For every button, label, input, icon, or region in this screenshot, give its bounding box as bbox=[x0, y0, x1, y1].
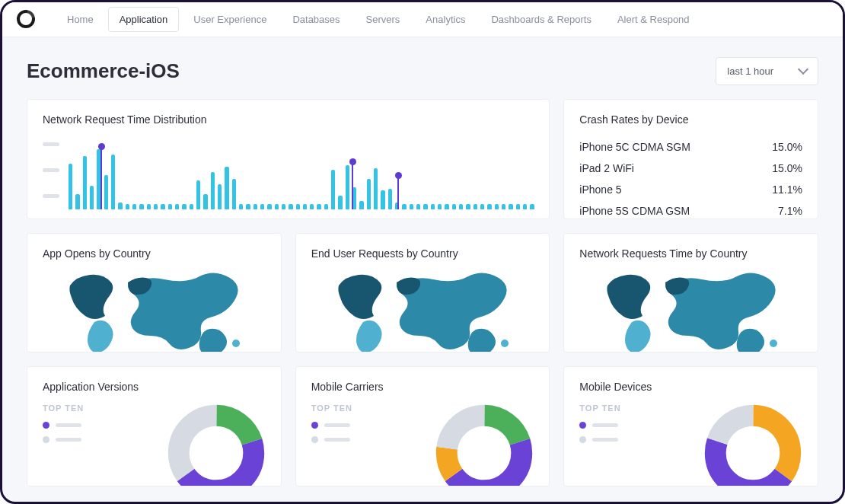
chart-bar bbox=[254, 204, 257, 209]
chart-bar bbox=[367, 179, 371, 209]
chart-bar bbox=[104, 175, 108, 209]
chart-bar bbox=[83, 156, 87, 209]
card-title: Crash Rates by Device bbox=[579, 113, 802, 126]
chart-bar bbox=[474, 204, 477, 209]
chart-bar bbox=[438, 204, 442, 209]
world-map bbox=[579, 270, 802, 353]
chart-bar bbox=[466, 204, 470, 209]
card-mobile-devices: Mobile Devices TOP TEN bbox=[563, 366, 818, 486]
chart-marker bbox=[397, 175, 399, 209]
donut-chart bbox=[703, 404, 802, 486]
chart-bar bbox=[196, 180, 200, 209]
chart-bar bbox=[139, 204, 143, 209]
crash-rate-row: iPhone 5S CDMA GSM7.1% bbox=[579, 200, 802, 219]
card-title: Mobile Carriers bbox=[311, 381, 534, 393]
chart-bar bbox=[75, 194, 79, 209]
chart-bar bbox=[431, 204, 435, 209]
chart-bar bbox=[211, 172, 215, 209]
card-title: Network Requests Time by Country bbox=[579, 247, 802, 260]
legend-heading: TOP TEN bbox=[311, 404, 352, 413]
crash-rate-row: iPad 2 WiFi15.0% bbox=[579, 158, 802, 179]
legend-row bbox=[43, 422, 84, 429]
chart-bar bbox=[147, 204, 151, 209]
card-mobile-carriers: Mobile Carriers TOP TEN bbox=[295, 366, 550, 486]
chart-bar bbox=[523, 204, 527, 209]
chart-bar bbox=[275, 204, 279, 209]
chart-bar bbox=[388, 189, 392, 209]
nav-databases[interactable]: Databases bbox=[281, 7, 351, 32]
nav-dashboards-reports[interactable]: Dashboards & Reports bbox=[480, 7, 603, 32]
chart-bar bbox=[118, 203, 122, 209]
nav-alert-respond[interactable]: Alert & Respond bbox=[606, 7, 701, 32]
crash-rate-value: 15.0% bbox=[772, 162, 802, 174]
card-title: End User Requests by Country bbox=[311, 247, 534, 260]
card-network-requests-time-country: Network Requests Time by Country bbox=[563, 233, 818, 353]
logo-icon bbox=[16, 9, 36, 29]
legend-heading: TOP TEN bbox=[579, 404, 620, 413]
chart-bar bbox=[190, 204, 193, 209]
chart-bar bbox=[402, 204, 406, 209]
time-range-value: last 1 hour bbox=[727, 65, 773, 77]
svg-point-2 bbox=[770, 340, 777, 347]
device-name: iPhone 5C CDMA SGM bbox=[579, 141, 690, 153]
page-title: Ecommerce-iOS bbox=[27, 59, 180, 83]
chart-bar bbox=[296, 204, 300, 209]
chart-bar bbox=[374, 168, 378, 209]
chart-bar bbox=[161, 204, 164, 209]
chart-bar bbox=[168, 204, 172, 209]
legend-row bbox=[311, 422, 352, 429]
card-end-user-requests-country: End User Requests by Country bbox=[295, 233, 550, 353]
card-title: Network Request Time Distribution bbox=[43, 113, 534, 126]
donut-chart bbox=[167, 404, 266, 486]
chart-bar bbox=[530, 204, 534, 209]
world-map bbox=[43, 270, 266, 353]
chart-bar bbox=[282, 204, 285, 209]
dashboard-grid: Network Request Time Distribution Crash … bbox=[2, 99, 843, 502]
crash-rate-value: 7.1% bbox=[778, 205, 802, 217]
chart-bar bbox=[239, 204, 243, 209]
device-name: iPhone 5S CDMA GSM bbox=[579, 205, 690, 217]
app-window: Home Application User Experience Databas… bbox=[0, 0, 845, 504]
nav-analytics[interactable]: Analytics bbox=[414, 7, 477, 32]
chart-bar bbox=[203, 194, 207, 209]
chart-bar bbox=[175, 204, 179, 209]
device-name: iPad 2 WiFi bbox=[579, 162, 634, 174]
chart-bar bbox=[289, 204, 292, 209]
legend-row bbox=[311, 436, 352, 443]
chart-bar bbox=[416, 204, 420, 209]
nav-application[interactable]: Application bbox=[108, 7, 180, 32]
crash-rate-list: iPhone 5C CDMA SGM15.0%iPad 2 WiFi15.0%i… bbox=[579, 136, 802, 219]
nav-home[interactable]: Home bbox=[56, 7, 105, 32]
chart-bar bbox=[423, 204, 427, 209]
card-crash-rates: Crash Rates by Device iPhone 5C CDMA SGM… bbox=[563, 99, 818, 219]
chart-bar bbox=[331, 170, 335, 209]
svg-point-1 bbox=[501, 340, 509, 347]
chart-bar bbox=[267, 204, 271, 209]
nav-user-experience[interactable]: User Experience bbox=[182, 7, 278, 32]
legend-row bbox=[579, 422, 620, 429]
chart-bar bbox=[452, 204, 456, 209]
chart-bar bbox=[90, 186, 94, 209]
card-application-versions: Application Versions TOP TEN bbox=[27, 366, 282, 486]
chart-bar bbox=[246, 204, 250, 209]
card-app-opens-country: App Opens by Country bbox=[27, 233, 282, 353]
crash-rate-value: 11.1% bbox=[772, 183, 802, 196]
card-title: App Opens by Country bbox=[43, 247, 266, 260]
chart-bar bbox=[232, 179, 236, 209]
chart-marker bbox=[352, 161, 353, 209]
chart-bar bbox=[126, 204, 129, 209]
distribution-chart bbox=[43, 136, 534, 219]
chart-bar bbox=[487, 204, 491, 209]
time-range-select[interactable]: last 1 hour bbox=[716, 57, 818, 85]
legend: TOP TEN bbox=[579, 404, 620, 443]
world-map bbox=[311, 270, 534, 353]
chart-bar bbox=[260, 204, 264, 209]
chevron-down-icon bbox=[798, 64, 808, 75]
chart-bar bbox=[310, 204, 314, 209]
chart-bar bbox=[480, 204, 484, 209]
card-network-request-distribution: Network Request Time Distribution bbox=[27, 99, 550, 219]
chart-bar bbox=[516, 204, 520, 209]
card-title: Mobile Devices bbox=[579, 381, 802, 393]
chart-bar bbox=[303, 204, 307, 209]
nav-servers[interactable]: Servers bbox=[355, 7, 412, 32]
